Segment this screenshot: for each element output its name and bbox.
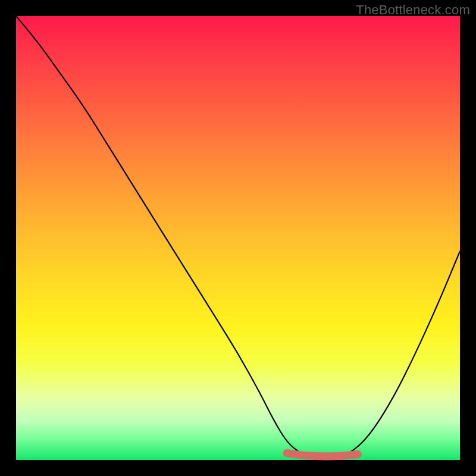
watermark-text: TheBottleneck.com xyxy=(356,2,470,18)
curve-path xyxy=(16,16,460,458)
highlight-segment xyxy=(287,453,358,457)
bottleneck-curve xyxy=(16,16,460,460)
chart-frame: TheBottleneck.com xyxy=(0,0,476,476)
plot-area xyxy=(16,16,460,460)
